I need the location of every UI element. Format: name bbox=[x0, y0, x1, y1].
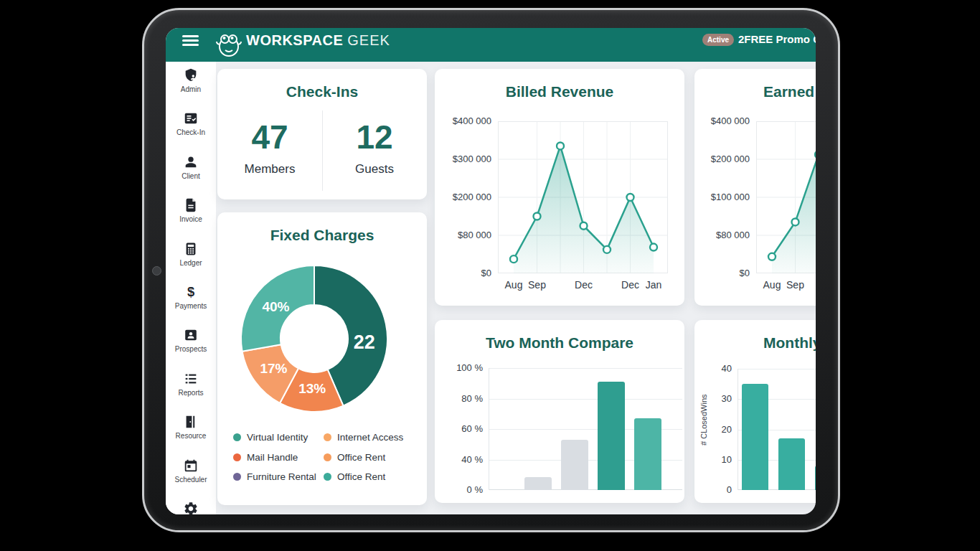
monthly-plot bbox=[738, 369, 816, 490]
check-in-icon bbox=[183, 110, 199, 126]
y-axis-tick: $200 000 bbox=[435, 192, 491, 202]
sidebar-item-label: Check-In bbox=[176, 128, 205, 136]
svg-text:22: 22 bbox=[354, 331, 375, 353]
background: WORKSPACEGEEK Active 2FREE Promo Code Ad… bbox=[0, 0, 980, 551]
x-axis-tick: Sep bbox=[774, 279, 816, 291]
bar bbox=[524, 477, 552, 490]
billed_revenue-plot bbox=[498, 121, 668, 273]
y-axis-tick: 40 % bbox=[435, 454, 483, 465]
legend-item: Office Rent bbox=[324, 471, 403, 482]
y-axis-tick: $300 000 bbox=[435, 154, 491, 164]
bar bbox=[742, 384, 768, 490]
sidebar-item-check-in[interactable]: Check-In bbox=[166, 105, 216, 148]
legend-label: Office Rent bbox=[337, 471, 385, 482]
sidebar-item-label: Invoice bbox=[179, 215, 202, 223]
sidebar-item-scheduler[interactable]: Scheduler bbox=[166, 452, 216, 495]
app-screen: WORKSPACEGEEK Active 2FREE Promo Code Ad… bbox=[166, 28, 816, 514]
legend-label: Virtual Identity bbox=[247, 432, 308, 443]
sidebar-nav: AdminCheck-InClientInvoiceLedger$Payment… bbox=[166, 62, 216, 514]
sidebar-item-resource[interactable]: Resource bbox=[166, 408, 216, 451]
brand-primary: WORKSPACE bbox=[246, 32, 343, 48]
bar bbox=[634, 418, 661, 490]
payments-icon: $ bbox=[183, 284, 199, 300]
y-axis-line bbox=[738, 369, 738, 490]
two-month-compare-card: Two Month Compare 100 %80 %60 %40 %0 % bbox=[435, 320, 684, 503]
guests-count: 12 bbox=[322, 121, 427, 154]
legend-dot bbox=[233, 453, 241, 461]
sidebar-item-label: Scheduler bbox=[174, 476, 207, 484]
members-label: Members bbox=[217, 162, 322, 176]
legend-label: Office Rent bbox=[337, 452, 385, 463]
y-axis-tick: $200 000 bbox=[694, 154, 750, 164]
sidebar-item-client[interactable]: Client bbox=[166, 149, 216, 192]
reports-icon bbox=[183, 371, 199, 387]
bar bbox=[598, 382, 625, 490]
y-axis-tick: $0 bbox=[435, 268, 491, 278]
two_month_compare-plot bbox=[489, 368, 682, 490]
monthly-card: Monthly # CLosedWins 403020100 bbox=[694, 320, 816, 503]
y-axis-tick: $400 000 bbox=[435, 116, 491, 126]
sidebar-item-label: Payments bbox=[175, 302, 207, 310]
y-axis-tick: $80 000 bbox=[694, 230, 750, 240]
sidebar-item-reports[interactable]: Reports bbox=[166, 365, 216, 408]
legend-item: Furniture Rental bbox=[233, 471, 324, 482]
hamburger-menu-icon[interactable] bbox=[182, 35, 199, 46]
fixed-charges-title: Fixed Charges bbox=[217, 227, 427, 244]
active-status-badge: Active bbox=[702, 34, 734, 46]
legend-label: Internet Access bbox=[337, 432, 403, 443]
y-axis-tick: 0 % bbox=[435, 484, 483, 495]
sidebar-item-settings[interactable] bbox=[166, 495, 216, 514]
legend-dot bbox=[324, 473, 331, 481]
guests-label: Guests bbox=[322, 162, 427, 176]
sidebar-item-ledger[interactable]: Ledger bbox=[166, 235, 216, 278]
svg-text:40%: 40% bbox=[262, 299, 289, 314]
sidebar-item-invoice[interactable]: Invoice bbox=[166, 192, 216, 235]
x-axis-tick: Sep bbox=[516, 279, 559, 291]
y-axis-tick: $100 000 bbox=[694, 192, 750, 202]
sidebar-item-label: Admin bbox=[181, 85, 201, 93]
legend-dot bbox=[233, 473, 241, 481]
sidebar-item-label: Prospects bbox=[175, 345, 207, 353]
y-axis-tick: 100 % bbox=[435, 362, 483, 373]
scheduler-icon bbox=[183, 458, 199, 474]
legend-label: Furniture Rental bbox=[247, 471, 316, 482]
geek-owl-logo-icon bbox=[213, 29, 245, 62]
camera-dot bbox=[152, 266, 161, 276]
settings-icon bbox=[183, 501, 199, 514]
sidebar-item-label: Ledger bbox=[179, 259, 202, 267]
gridline bbox=[489, 399, 682, 400]
bar bbox=[815, 466, 816, 490]
check-ins-card: Check-Ins 47 Members 12 Guests bbox=[217, 69, 427, 199]
y-axis-tick: $80 000 bbox=[435, 230, 491, 240]
dashboard-content: Check-Ins 47 Members 12 Guests bbox=[216, 62, 816, 514]
sidebar-item-prospects[interactable]: Prospects bbox=[166, 321, 216, 364]
y-axis-tick: $0 bbox=[694, 268, 750, 278]
y-axis-tick: 60 % bbox=[435, 423, 483, 434]
y-axis-tick: 10 bbox=[694, 454, 732, 465]
earned-revenue-title: Earned Revenue bbox=[763, 83, 816, 100]
tablet-frame: WORKSPACEGEEK Active 2FREE Promo Code Ad… bbox=[142, 8, 840, 532]
y-axis-tick: 80 % bbox=[435, 393, 483, 404]
bar bbox=[778, 438, 805, 490]
client-icon bbox=[183, 154, 199, 170]
y-axis-tick: 20 bbox=[694, 424, 732, 435]
admin-icon bbox=[183, 67, 199, 83]
members-count: 47 bbox=[217, 121, 322, 154]
sidebar-item-payments[interactable]: $Payments bbox=[166, 278, 216, 321]
sidebar-item-admin[interactable]: Admin bbox=[166, 62, 216, 105]
legend-dot bbox=[324, 433, 331, 441]
sidebar-item-label: Reports bbox=[178, 389, 203, 397]
brand-secondary: GEEK bbox=[347, 32, 390, 48]
legend-label: Mail Handle bbox=[247, 452, 298, 463]
y-axis-tick: $400 000 bbox=[694, 116, 750, 126]
legend-item: Internet Access bbox=[324, 432, 403, 443]
check-ins-title: Check-Ins bbox=[217, 83, 427, 100]
x-axis-tick: Dec bbox=[562, 279, 606, 291]
legend-item: Office Rent bbox=[324, 452, 403, 463]
legend-item: Mail Handle bbox=[233, 452, 324, 463]
svg-text:13%: 13% bbox=[298, 381, 326, 396]
y-axis-line bbox=[489, 368, 489, 490]
gridline bbox=[738, 369, 816, 369]
gridline bbox=[489, 368, 682, 369]
y-axis-tick: 40 bbox=[694, 363, 732, 374]
